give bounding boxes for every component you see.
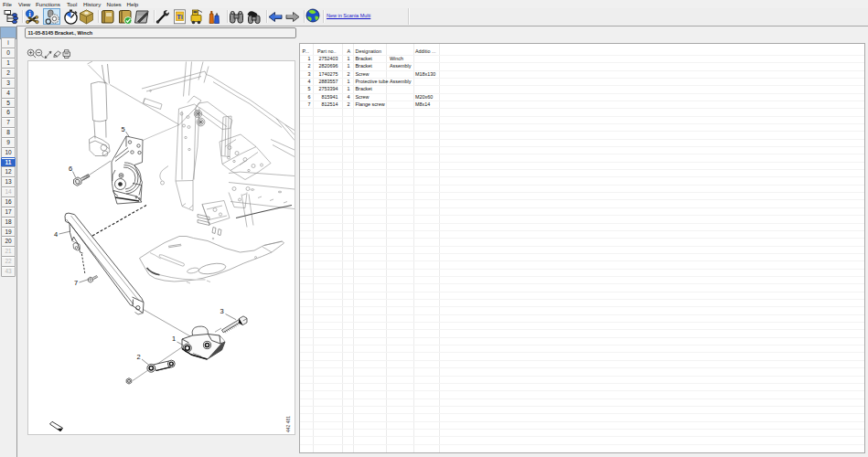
svg-text:Ti: Ti: [177, 13, 183, 21]
svg-text:442 481: 442 481: [285, 415, 291, 431]
svg-text:2: 2: [137, 352, 141, 360]
svg-text:3: 3: [220, 307, 224, 315]
svg-text:1: 1: [172, 335, 176, 343]
svg-text:6: 6: [69, 165, 72, 173]
svg-text:4: 4: [54, 230, 58, 239]
svg-text:7: 7: [74, 279, 78, 287]
svg-text:5: 5: [122, 124, 125, 133]
